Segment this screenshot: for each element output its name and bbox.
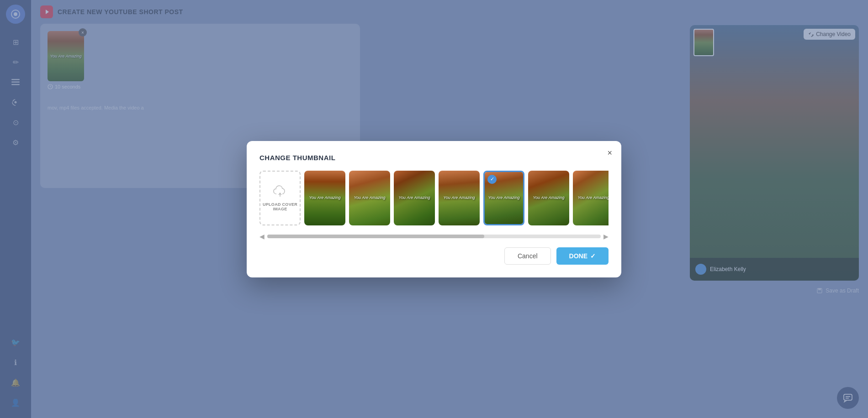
thumbnail-item-5[interactable]: ✓You Are Amazing [483,171,524,225]
thumbnail-text-2: You Are Amazing [352,195,387,201]
thumbnail-item-1[interactable]: You Are Amazing [304,171,345,225]
thumbnail-scrollbar[interactable]: ◀ ▶ [259,233,609,240]
thumbnail-item-3[interactable]: You Are Amazing [394,171,435,225]
upload-cover-image-button[interactable]: UPLOAD COVER IMAGE [259,171,301,225]
upload-label: UPLOAD COVER IMAGE [260,202,300,211]
thumbnail-text-6: You Are Amazing [531,195,566,201]
thumbnail-item-6[interactable]: You Are Amazing [528,171,569,225]
thumbnail-text-7: You Are Amazing [576,195,609,201]
modal-close-button[interactable]: × [607,148,612,158]
done-button[interactable]: DONE ✓ [556,247,609,265]
modal-overlay: CHANGE THUMBNAIL × UPLOAD COVER IMAGE Yo… [0,0,868,418]
cancel-button[interactable]: Cancel [504,247,551,265]
thumbnail-item-2[interactable]: You Are Amazing [349,171,390,225]
selected-check-icon: ✓ [487,175,497,184]
modal-title: CHANGE THUMBNAIL [259,154,609,162]
thumbnails-container: UPLOAD COVER IMAGE You Are AmazingYou Ar… [259,171,609,225]
thumbnail-text-4: You Are Amazing [442,195,477,201]
thumbnail-text-1: You Are Amazing [307,195,343,201]
thumbnail-text-3: You Are Amazing [397,195,432,201]
thumbnail-items-row: You Are AmazingYou Are AmazingYou Are Am… [304,171,609,225]
thumbnail-item-7[interactable]: You Are Amazing [573,171,609,225]
scroll-left-arrow[interactable]: ◀ [259,233,265,240]
thumbnail-text-5: You Are Amazing [487,195,520,201]
scroll-thumb [267,235,484,238]
change-thumbnail-modal: CHANGE THUMBNAIL × UPLOAD COVER IMAGE Yo… [247,141,621,277]
scroll-track[interactable] [267,235,601,238]
scroll-right-arrow[interactable]: ▶ [603,233,609,240]
thumbnail-item-4[interactable]: You Are Amazing [439,171,480,225]
modal-footer: Cancel DONE ✓ [259,247,609,265]
done-label: DONE [569,252,587,260]
upload-cloud-icon [273,185,287,199]
done-check-icon: ✓ [590,252,596,260]
